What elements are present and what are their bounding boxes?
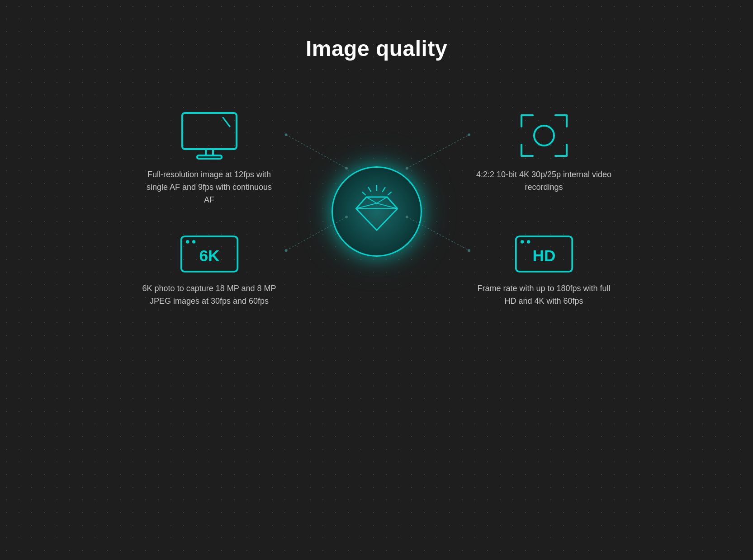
page-title: Image quality [306, 36, 447, 61]
svg-point-38 [526, 240, 530, 243]
svg-rect-14 [206, 149, 213, 155]
camera-record-icon [517, 111, 571, 160]
svg-line-28 [377, 208, 398, 230]
diamond-icon [352, 184, 402, 239]
svg-line-23 [377, 197, 387, 203]
svg-line-27 [356, 208, 377, 230]
svg-point-34 [192, 240, 195, 243]
monitor-icon [180, 111, 239, 160]
svg-line-18 [368, 188, 371, 192]
feature-bottom-left-text: 6K photo to capture 18 MP and 8 MP JPEG … [142, 282, 277, 308]
svg-point-5 [468, 133, 470, 136]
svg-line-17 [382, 188, 385, 192]
feature-bottom-right: HD Frame rate with up to 180fps with ful… [476, 234, 612, 308]
svg-line-3 [407, 135, 469, 168]
diamond-circle [332, 166, 422, 257]
feature-bottom-right-text: Frame rate with up to 180fps with full H… [476, 282, 612, 308]
feature-bottom-left: 6K 6K photo to capture 18 MP and 8 MP JP… [142, 234, 277, 308]
page-container: Image quality [0, 0, 753, 560]
svg-line-19 [388, 192, 391, 195]
svg-line-22 [366, 197, 377, 203]
svg-line-20 [362, 192, 365, 195]
svg-rect-12 [182, 113, 237, 149]
svg-point-11 [468, 249, 470, 252]
svg-point-7 [284, 249, 287, 252]
svg-line-0 [286, 135, 346, 168]
svg-text:HD: HD [532, 246, 555, 264]
center-diamond [332, 166, 422, 257]
sixk-icon: 6K [180, 234, 239, 274]
main-content: Full-resolution image at 12fps with sing… [114, 106, 639, 307]
svg-point-31 [534, 126, 554, 146]
svg-point-37 [521, 240, 524, 243]
hd-icon: HD [515, 234, 573, 274]
feature-top-left: Full-resolution image at 12fps with sing… [142, 111, 277, 207]
svg-line-13 [223, 118, 230, 127]
feature-top-right: 4:2:2 10-bit 4K 30p/25p internal video r… [476, 111, 612, 194]
svg-rect-15 [197, 155, 222, 159]
feature-top-left-text: Full-resolution image at 12fps with sing… [142, 169, 277, 207]
feature-top-right-text: 4:2:2 10-bit 4K 30p/25p internal video r… [476, 169, 612, 194]
svg-text:6K: 6K [199, 246, 220, 264]
svg-point-1 [284, 133, 287, 136]
svg-point-33 [186, 240, 189, 243]
